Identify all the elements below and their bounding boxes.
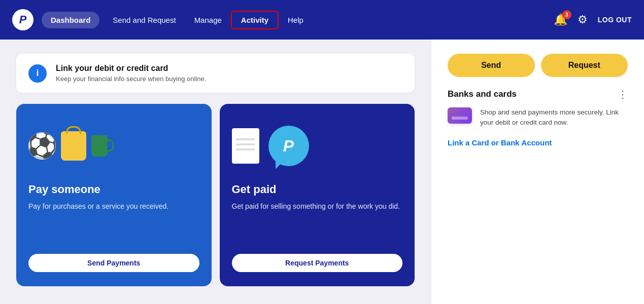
credit-card-icon — [448, 107, 472, 124]
send-button[interactable]: Send — [448, 54, 535, 77]
get-paid-title: Get paid — [232, 183, 403, 196]
request-payments-button[interactable]: Request Payments — [232, 254, 403, 272]
pay-someone-desc: Pay for purchases or a service you recei… — [28, 201, 199, 212]
nav-manage[interactable]: Manage — [185, 12, 231, 28]
paypal-logo[interactable]: P — [12, 9, 33, 30]
get-paid-card[interactable]: P Get paid Get paid for selling somethin… — [220, 104, 415, 286]
pay-someone-card[interactable]: Pay someone Pay for purchases or a servi… — [16, 104, 212, 286]
right-panel: Send Request Banks and cards ⋮ Shop and … — [431, 40, 644, 304]
paypal-avatar-icon: P — [268, 126, 309, 166]
soccer-ball-icon — [28, 132, 56, 160]
coffee-cup-icon — [91, 135, 108, 157]
dashboard-nav-item[interactable]: Dashboard — [42, 12, 99, 28]
banks-title: Banks and cards — [448, 89, 517, 99]
nav-help[interactable]: Help — [279, 12, 313, 28]
receipt-icon — [232, 128, 259, 164]
banks-body: Shop and send payments more securely. Li… — [448, 107, 628, 128]
pay-illustration — [28, 118, 199, 174]
banks-section: Banks and cards ⋮ Shop and send payments… — [448, 89, 628, 290]
nav-activity[interactable]: Activity — [231, 11, 279, 29]
left-panel: i Link your debit or credit card Keep yo… — [0, 40, 431, 304]
banks-menu-icon[interactable]: ⋮ — [618, 89, 628, 99]
nav-right-actions: 🔔 3 ⚙ LOG OUT — [554, 13, 632, 26]
banks-description: Shop and send payments more securely. Li… — [480, 107, 628, 128]
getpaid-illustration: P — [232, 118, 403, 174]
link-card-banner[interactable]: i Link your debit or credit card Keep yo… — [16, 54, 415, 93]
link-card-bank-button[interactable]: Link a Card or Bank Account — [448, 138, 628, 147]
settings-gear-icon[interactable]: ⚙ — [578, 13, 588, 26]
shopping-bag-icon — [61, 131, 86, 161]
info-icon: i — [28, 64, 47, 83]
send-payments-button[interactable]: Send Payments — [28, 254, 199, 272]
navbar: P Dashboard Send and Request Manage Acti… — [0, 0, 644, 40]
logo-text: P — [19, 13, 27, 26]
pay-someone-title: Pay someone — [28, 183, 199, 196]
banks-header: Banks and cards ⋮ — [448, 89, 628, 99]
notification-bell[interactable]: 🔔 3 — [554, 13, 567, 26]
nav-send-request[interactable]: Send and Request — [104, 12, 185, 28]
send-request-actions: Send Request — [448, 54, 628, 77]
main-content: i Link your debit or credit card Keep yo… — [0, 40, 644, 304]
get-paid-desc: Get paid for selling something or for th… — [232, 201, 403, 212]
banner-text: Link your debit or credit card Keep your… — [56, 64, 206, 83]
request-button[interactable]: Request — [541, 54, 628, 77]
banner-subtitle: Keep your financial info secure when buy… — [56, 75, 206, 83]
banner-title: Link your debit or credit card — [56, 64, 206, 73]
logout-button[interactable]: LOG OUT — [598, 16, 632, 24]
action-cards-row: Pay someone Pay for purchases or a servi… — [16, 104, 415, 286]
notification-badge: 3 — [562, 10, 571, 19]
